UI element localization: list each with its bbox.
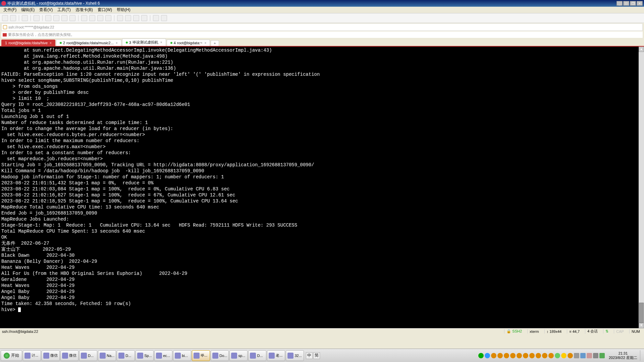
taskbar-item-label: Na... <box>107 354 114 358</box>
session-tab[interactable]: 3 毕设测试虚拟机× <box>122 39 166 46</box>
show-desktop-button[interactable] <box>640 350 643 361</box>
menu-tools[interactable]: 工具(T) <box>55 7 72 13</box>
menu-file[interactable]: 文件(F) <box>1 7 18 13</box>
session-tab[interactable]: 1 root@bigdata:/data/hive× <box>1 40 55 46</box>
menu-edit[interactable]: 编辑(E) <box>19 7 37 13</box>
color-scheme-icon[interactable] <box>81 15 87 21</box>
taskbar-item[interactable]: 32... <box>286 350 304 361</box>
tray-bluetooth-icon[interactable] <box>580 353 586 358</box>
taskbar-item-icon <box>62 353 68 359</box>
menu-window[interactable]: 窗口(W) <box>96 7 114 13</box>
tray-qq-icon[interactable] <box>504 353 509 358</box>
scroll-up-icon[interactable]: ▲ <box>639 47 644 52</box>
fullscreen-icon[interactable] <box>97 15 103 21</box>
restore-button[interactable]: ❐ <box>630 1 636 6</box>
minimize-button[interactable]: _ <box>616 1 623 6</box>
paste-icon[interactable] <box>61 15 67 21</box>
session-tab[interactable]: 4 root@bigdata:~× <box>167 40 210 46</box>
taskbar-item-label: ec... <box>163 354 170 358</box>
about-icon[interactable] <box>161 15 167 21</box>
menu-view[interactable]: 查看(V) <box>37 7 55 13</box>
toolbar-separator <box>114 15 114 21</box>
ime-simp-button[interactable]: 简 <box>313 352 320 359</box>
toolbar-separator <box>31 15 31 21</box>
tray-qq-icon[interactable] <box>497 353 503 358</box>
clear-screen-icon[interactable] <box>125 15 131 21</box>
ime-lang-button[interactable]: 中 <box>306 352 313 359</box>
tray-qq-icon[interactable] <box>517 353 522 358</box>
taskbar-item[interactable]: 老... <box>267 350 285 361</box>
tray-qq-icon[interactable] <box>510 353 516 358</box>
taskbar-item[interactable]: D... <box>248 350 266 361</box>
session-tab[interactable]: 2 root@bigdata:/data/music2...× <box>56 40 121 46</box>
taskbar-item[interactable]: Sp... <box>136 350 154 361</box>
taskbar-item[interactable]: 微信 <box>42 350 60 361</box>
tray-battery-icon[interactable] <box>599 353 605 358</box>
taskbar-item-icon <box>175 353 181 359</box>
start-label: 开始 <box>11 353 19 358</box>
tray-sogou-icon[interactable] <box>568 353 573 358</box>
taskbar-item-label: 微信 <box>69 353 76 358</box>
taskbar-clock[interactable]: 21:31 2023/8/22 星期二 <box>607 351 639 360</box>
tile-vert-icon[interactable] <box>141 15 147 21</box>
new-tab-button[interactable]: + <box>211 40 219 46</box>
font-icon[interactable] <box>69 15 75 21</box>
help-icon[interactable] <box>153 15 159 21</box>
tile-horiz-icon[interactable] <box>133 15 139 21</box>
menu-help[interactable]: 帮助(H) <box>115 7 132 13</box>
copy-icon[interactable] <box>53 15 59 21</box>
tray-weather-icon[interactable] <box>561 353 567 358</box>
tray-flag-icon[interactable] <box>485 353 490 358</box>
tray-volume-icon[interactable] <box>574 353 579 358</box>
search-icon[interactable] <box>45 15 51 21</box>
tab-close-icon[interactable]: × <box>160 41 162 44</box>
new-session-icon[interactable] <box>2 15 8 21</box>
menu-tab[interactable]: 选项卡(B) <box>73 7 95 13</box>
taskbar-item-icon <box>137 353 143 359</box>
taskbar-item[interactable]: ec... <box>154 350 172 361</box>
status-caps: CAP <box>614 329 626 334</box>
tab-close-icon[interactable]: × <box>205 41 207 45</box>
taskbar-item-icon <box>118 353 124 359</box>
tray-qq-icon[interactable] <box>523 353 528 358</box>
tray-qq-icon[interactable] <box>536 353 541 358</box>
taskbar-item[interactable]: D... <box>79 350 97 361</box>
tab-close-icon[interactable]: × <box>50 41 52 45</box>
open-session-icon[interactable] <box>10 15 16 21</box>
tray-qq-icon[interactable] <box>542 353 547 358</box>
tray-shield-icon[interactable] <box>478 353 484 358</box>
tray-update-icon[interactable] <box>587 353 592 358</box>
scroll-lock-icon[interactable] <box>117 15 123 21</box>
terminal-output[interactable]: at sun.reflect.DelegatingMethodAccessorI… <box>0 47 644 328</box>
scrollbar[interactable]: ▲ ▼ <box>639 47 644 328</box>
tray-wechat-icon[interactable] <box>555 353 560 358</box>
close-button[interactable]: × <box>637 1 643 6</box>
scroll-down-icon[interactable]: ▼ <box>639 323 644 328</box>
taskbar-item[interactable]: 微信 <box>60 350 78 361</box>
transparency-icon[interactable] <box>105 15 111 21</box>
taskbar-item[interactable]: sp... <box>229 350 248 361</box>
reconnect-icon[interactable] <box>34 15 40 21</box>
maximize-button[interactable]: □ <box>623 1 629 6</box>
scroll-thumb[interactable] <box>639 303 644 323</box>
taskbar-item[interactable]: D... <box>117 350 135 361</box>
connect-icon[interactable] <box>22 15 28 21</box>
taskbar-item-icon <box>81 353 87 359</box>
tray-qq-icon[interactable] <box>529 353 535 358</box>
toolbar-separator <box>78 15 78 21</box>
menu-bar: 文件(F) 编辑(E) 查看(V) 工具(T) 选项卡(B) 窗口(W) 帮助(… <box>0 7 644 13</box>
taskbar-item-icon <box>212 353 218 359</box>
tray-qq-icon[interactable] <box>491 353 496 358</box>
highlight-icon[interactable] <box>89 15 95 21</box>
taskbar-item[interactable]: Do... <box>211 350 229 361</box>
address-bar[interactable]: ssh://root:******@bigdata:22 <box>1 23 643 31</box>
taskbar-item[interactable]: Na... <box>98 350 116 361</box>
tab-close-icon[interactable]: × <box>116 41 118 45</box>
status-num: NUM <box>629 329 642 334</box>
taskbar-item[interactable]: 毕... <box>192 350 210 361</box>
tray-qq-icon[interactable] <box>548 353 554 358</box>
taskbar-item[interactable]: bi... <box>173 350 191 361</box>
tray-network-icon[interactable] <box>593 353 598 358</box>
start-button[interactable]: 开始 <box>1 350 22 361</box>
taskbar-item[interactable]: 计... <box>23 350 41 361</box>
